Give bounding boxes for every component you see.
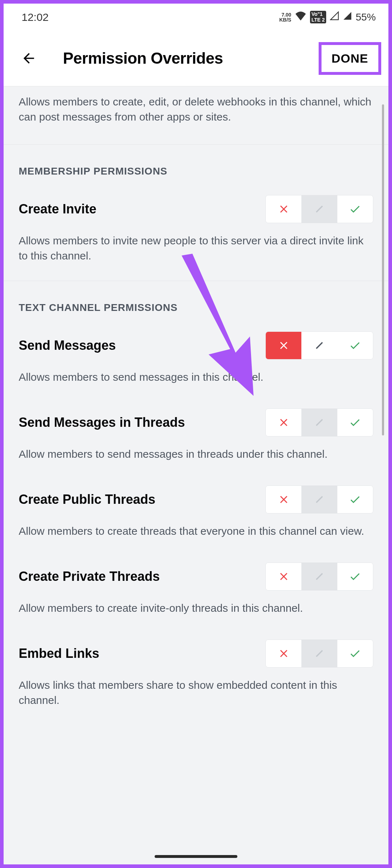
deny-button[interactable] — [266, 486, 301, 513]
lte-badge: Vo"1LTE 2 — [310, 11, 326, 23]
signal-icon-1 — [330, 11, 339, 23]
perm-desc-create-public-threads: Allow members to create threads that eve… — [19, 524, 373, 539]
neutral-button[interactable] — [301, 640, 337, 667]
back-button[interactable] — [20, 49, 38, 67]
perm-title-create-invite: Create Invite — [19, 202, 96, 217]
status-time: 12:02 — [22, 11, 49, 23]
page-title: Permission Overrides — [63, 49, 223, 67]
neutral-button[interactable] — [301, 332, 337, 359]
allow-button[interactable] — [337, 563, 373, 590]
permission-send-messages-threads: Send Messages in Threads Allow members t… — [4, 402, 388, 479]
status-right: 7.00 KB/S Vo"1LTE 2 55% — [279, 11, 376, 23]
perm-title-create-private-threads: Create Private Threads — [19, 569, 160, 584]
scrollbar-indicator — [382, 104, 384, 435]
deny-button[interactable] — [266, 563, 301, 590]
permission-create-private-threads: Create Private Threads Allow members to … — [4, 556, 388, 633]
perm-desc-embed-links: Allows links that members share to show … — [19, 678, 373, 708]
neutral-button[interactable] — [301, 195, 337, 223]
svg-line-3 — [316, 497, 322, 503]
neutral-button[interactable] — [301, 563, 337, 590]
toggle-send-messages-threads — [265, 408, 373, 437]
status-bar: 12:02 7.00 KB/S Vo"1LTE 2 55% — [4, 4, 388, 31]
deny-button[interactable] — [266, 409, 301, 436]
toggle-send-messages — [265, 331, 373, 360]
permission-embed-links: Embed Links Allows links that members sh… — [4, 633, 388, 725]
network-speed: 7.00 KB/S — [279, 12, 291, 22]
toggle-create-private-threads — [265, 562, 373, 591]
perm-desc-create-private-threads: Allow members to create invite-only thre… — [19, 601, 373, 616]
deny-button[interactable] — [266, 640, 301, 667]
svg-line-1 — [316, 343, 322, 349]
content-scroll[interactable]: Allows members to create, edit, or delet… — [4, 86, 388, 864]
perm-title-embed-links: Embed Links — [19, 646, 99, 661]
signal-icon-2 — [343, 11, 352, 23]
wifi-icon — [295, 11, 306, 23]
toggle-embed-links — [265, 639, 373, 668]
webhooks-description: Allows members to create, edit, or delet… — [4, 86, 388, 145]
neutral-button[interactable] — [301, 486, 337, 513]
perm-desc-create-invite: Allows members to invite new people to t… — [19, 233, 373, 263]
section-membership-permissions: MEMBERSHIP PERMISSIONS — [4, 145, 388, 189]
svg-line-4 — [316, 574, 322, 580]
deny-button[interactable] — [266, 195, 301, 223]
allow-button[interactable] — [337, 332, 373, 359]
svg-line-0 — [316, 206, 322, 212]
allow-button[interactable] — [337, 195, 373, 223]
perm-desc-send-messages: Allows members to send messages in this … — [19, 370, 373, 385]
permission-send-messages: Send Messages Allows members to send mes… — [4, 325, 388, 402]
perm-desc-send-messages-threads: Allow members to send messages in thread… — [19, 447, 373, 462]
toggle-create-invite — [265, 195, 373, 223]
battery-text: 55% — [356, 12, 376, 23]
gesture-bar — [155, 855, 237, 858]
section-text-channel-permissions: TEXT CHANNEL PERMISSIONS — [4, 281, 388, 325]
deny-button[interactable] — [266, 332, 301, 359]
svg-line-2 — [316, 420, 322, 426]
perm-title-send-messages: Send Messages — [19, 338, 116, 353]
permission-create-invite: Create Invite Allows members to invite n… — [4, 189, 388, 281]
perm-title-create-public-threads: Create Public Threads — [19, 492, 155, 507]
done-button[interactable]: DONE — [319, 42, 381, 75]
neutral-button[interactable] — [301, 409, 337, 436]
perm-title-send-messages-threads: Send Messages in Threads — [19, 415, 185, 430]
toggle-create-public-threads — [265, 485, 373, 514]
allow-button[interactable] — [337, 486, 373, 513]
allow-button[interactable] — [337, 640, 373, 667]
allow-button[interactable] — [337, 409, 373, 436]
permission-create-public-threads: Create Public Threads Allow members to c… — [4, 479, 388, 556]
app-header: Permission Overrides DONE — [4, 31, 388, 86]
svg-line-5 — [316, 651, 322, 657]
